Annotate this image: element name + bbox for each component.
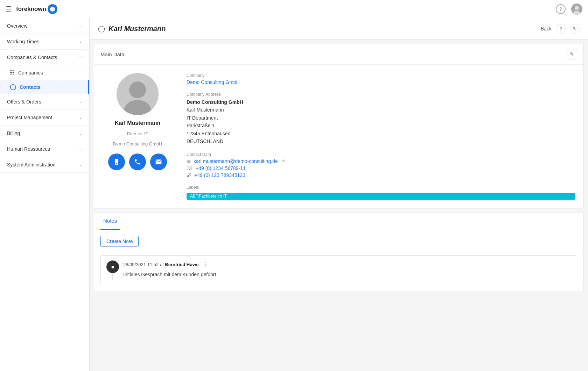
notes-section: Notes Create Note ■ ⋮: [94, 213, 584, 291]
chevron-down-icon: ⌄: [79, 147, 82, 151]
logo-inner-icon: [50, 7, 55, 12]
sidebar-item-overview[interactable]: Overview ⌄: [0, 18, 89, 34]
note-content: ⋮ 28/09/2021 11:52 of Bernfried Howe Ini…: [123, 261, 571, 280]
svg-point-7: [116, 163, 117, 164]
chevron-down-icon: ⌄: [79, 39, 82, 44]
help-button[interactable]: ?: [556, 4, 566, 14]
page-header: ◯ Karl Mustermann Back ? ↻: [90, 18, 588, 40]
phone-link[interactable]: +49 (0) 1234 56789-11: [196, 165, 246, 171]
svg-point-1: [575, 6, 579, 10]
company-address-value: Demo Consulting GmbH Karl Mustermann IT …: [187, 98, 575, 145]
tab-notes[interactable]: Notes: [100, 213, 120, 230]
sidebar-item-system-administration[interactable]: System Administration ⌄: [0, 157, 89, 173]
sidebar-item-human-ressources[interactable]: Human Ressources ⌄: [0, 141, 89, 157]
notes-body: Create Note ■ ⋮ 28/09/2021 11:52: [94, 230, 583, 291]
user-avatar[interactable]: [571, 3, 582, 15]
main-data-body: Karl Mustermann Director IT Demo Consult…: [94, 65, 583, 208]
sidebar-item-offers-orders[interactable]: Offers & Orders ⌄: [0, 94, 89, 110]
phone-button[interactable]: [108, 154, 125, 170]
chevron-down-icon: ⌄: [79, 162, 82, 167]
address-line1: Demo Consulting GmbH: [187, 98, 575, 106]
phone-icon: [113, 158, 120, 165]
email-button[interactable]: [150, 154, 167, 170]
call-icon: [134, 158, 141, 165]
refresh-button[interactable]: ↻: [570, 24, 580, 34]
person-icon: ◯: [10, 84, 16, 90]
chevron-down-icon: ⌄: [79, 23, 82, 28]
chevron-down-icon: ⌄: [79, 99, 82, 104]
labels-block: Labels ABT:Fachbereich IT: [187, 185, 575, 200]
note-timeline-col: ■: [106, 261, 119, 280]
sidebar-item-billing[interactable]: Billing ⌄: [0, 126, 89, 141]
timeline-line: [112, 273, 113, 280]
sidebar-item-companies-contacts[interactable]: Companies & Contacts ⌃: [0, 50, 89, 65]
chevron-up-icon: ⌃: [79, 55, 82, 60]
email-row: ✉ karl.mustermann@demo-consulting.de ✎: [187, 158, 575, 164]
contact-data-label: Contact Data: [187, 152, 575, 157]
note-item: ■ ⋮ 28/09/2021 11:52 of Bernfried Howe: [100, 255, 577, 285]
address-line4: Parkstraße 1: [187, 122, 575, 129]
layout: Overview ⌄ Working Times ⌄ Companies & C…: [0, 18, 588, 371]
svg-point-4: [129, 81, 146, 98]
edit-button[interactable]: ✎: [567, 49, 577, 59]
company-link[interactable]: Demo Consulting GmbH: [187, 79, 240, 85]
profile-avatar: [117, 73, 159, 115]
menu-icon[interactable]: ☰: [6, 5, 12, 13]
page-header-right: Back ? ↻: [541, 24, 580, 34]
sidebar-item-working-times[interactable]: Working Times ⌄: [0, 34, 89, 50]
call-button[interactable]: [129, 154, 146, 170]
section-title: Main Data: [100, 51, 124, 57]
main-content: ◯ Karl Mustermann Back ? ↻ Main Data ✎: [90, 18, 588, 371]
address-line3: IT Department: [187, 114, 575, 122]
address-line2: Karl Mustermann: [187, 106, 575, 114]
notes-tabs: Notes: [94, 213, 583, 230]
sidebar-sub-companies-contacts: ☷ Companies ◯ Contacts: [0, 65, 89, 94]
profile-section: Karl Mustermann Director IT Demo Consult…: [103, 73, 173, 200]
profile-company: Demo Consulting GmbH: [113, 141, 162, 147]
email-icon: [155, 158, 162, 165]
edit-email-icon[interactable]: ✎: [282, 159, 286, 164]
contact-data-block: Contact Data ✉ karl.mustermann@demo-cons…: [187, 152, 575, 178]
topbar-right: ?: [556, 3, 582, 15]
envelope-icon: ✉: [187, 158, 191, 164]
sidebar-item-companies[interactable]: ☷ Companies: [0, 65, 89, 80]
chevron-down-icon: ⌄: [79, 131, 82, 136]
main-data-section: Main Data ✎ Karl Mustermann Director IT: [94, 44, 584, 208]
page-header-left: ◯ Karl Mustermann: [98, 25, 166, 33]
phone-row: ☏ +49 (0) 1234 56789-11: [187, 165, 575, 171]
note-menu-button[interactable]: ⋮: [203, 261, 209, 268]
company-label: Company: [187, 73, 575, 78]
phone-icon: ☏: [187, 165, 193, 171]
sidebar-item-contacts[interactable]: ◯ Contacts: [0, 80, 89, 94]
labels-label: Labels: [187, 185, 575, 190]
note-avatar: ■: [106, 261, 119, 273]
company-value: Demo Consulting GmbH: [187, 79, 575, 85]
address-line6: DEUTSCHLAND: [187, 137, 575, 145]
info-section: Company Demo Consulting GmbH Company Add…: [187, 73, 575, 200]
company-address-block: Company Address Demo Consulting GmbH Kar…: [187, 92, 575, 145]
avatar-svg: [571, 3, 582, 15]
create-note-button[interactable]: Create Note: [100, 236, 139, 247]
page-title: Karl Mustermann: [108, 25, 166, 33]
topbar: ☰ foreknown ?: [0, 0, 588, 18]
avatar-large-svg: [117, 73, 159, 115]
note-text: Initiales Gespräch mit dem Kunden geführ…: [123, 271, 571, 278]
note-meta: 28/09/2021 11:52 of Bernfried Howe: [123, 262, 198, 267]
chevron-down-icon: ⌄: [79, 115, 82, 120]
address-line5: 12345 Entenhausen: [187, 130, 575, 137]
mobile-icon: ☍: [187, 172, 191, 178]
sidebar: Overview ⌄ Working Times ⌄ Companies & C…: [0, 18, 90, 371]
label-badge: ABT:Fachbereich IT: [187, 193, 575, 200]
topbar-left: ☰ foreknown: [6, 4, 57, 14]
email-link[interactable]: karl.mustermann@demo-consulting.de: [194, 158, 278, 164]
logo-text: foreknown: [16, 6, 46, 13]
profile-actions: [108, 154, 167, 170]
company-address-label: Company Address: [187, 92, 575, 97]
note-header: ⋮ 28/09/2021 11:52 of Bernfried Howe: [123, 261, 571, 268]
mobile-link[interactable]: +49 (0) 123 789345123: [194, 172, 245, 178]
back-button[interactable]: Back: [541, 26, 552, 31]
mobile-row: ☍ +49 (0) 123 789345123: [187, 172, 575, 178]
profile-name: Karl Mustermann: [115, 120, 161, 126]
help-page-button[interactable]: ?: [556, 24, 566, 34]
sidebar-item-project-management[interactable]: Project Management ⌄: [0, 110, 89, 126]
